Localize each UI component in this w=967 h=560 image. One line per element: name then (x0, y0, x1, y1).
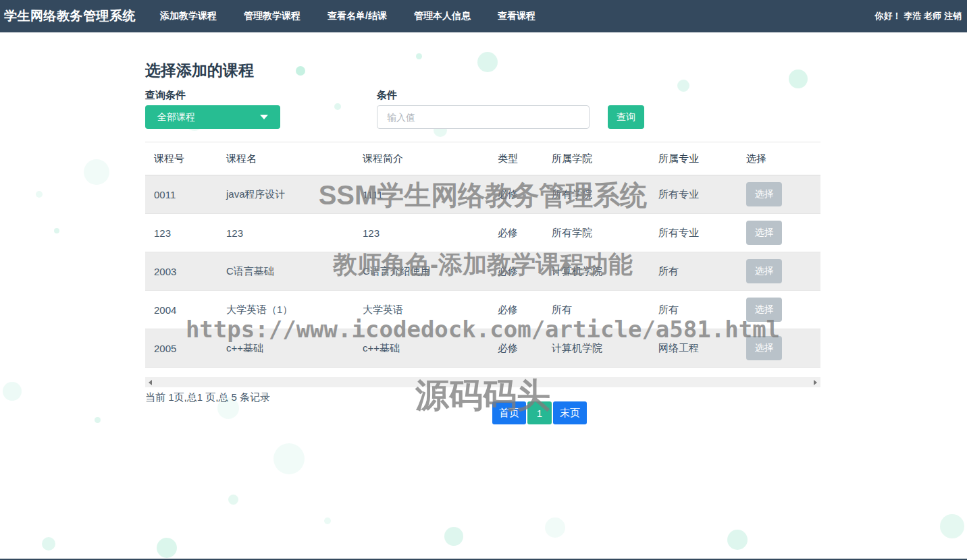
col-header-course-id: 课程号 (145, 142, 217, 175)
cell-college: 计算机学院 (543, 329, 650, 368)
username: 李浩 老师 (904, 10, 941, 22)
main-menu: 添加教学课程 管理教学课程 查看名单/结课 管理本人信息 查看课程 (160, 10, 535, 22)
col-header-select: 选择 (737, 142, 820, 175)
select-course-button[interactable]: 选择 (746, 182, 782, 206)
cell-course-name: 123 (217, 214, 354, 252)
cell-course-name: java程序设计 (217, 175, 354, 214)
logout-link[interactable]: 注销 (944, 10, 962, 22)
cell-type: 必修 (489, 214, 543, 252)
cell-course-intro: 1111 (354, 175, 489, 214)
records-summary: 当前 1页,总1 页,总 5 条记录 (145, 391, 270, 404)
greeting-text: 你好！ (874, 10, 901, 22)
cell-course-id: 2005 (145, 329, 217, 368)
search-button[interactable]: 查询 (608, 105, 644, 129)
cell-type: 必修 (489, 291, 543, 329)
col-header-major: 所属专业 (650, 142, 737, 175)
cell-course-id: 2003 (145, 252, 217, 291)
nav-item-view-course[interactable]: 查看课程 (498, 10, 535, 22)
user-area: 你好！ 李浩 老师注销 (874, 10, 962, 22)
top-navbar: 学生网络教务管理系统 添加教学课程 管理教学课程 查看名单/结课 管理本人信息 … (0, 0, 967, 32)
last-page-button[interactable]: 末页 (553, 401, 587, 424)
cell-course-id: 2004 (145, 291, 217, 329)
nav-item-manage-course[interactable]: 管理教学课程 (244, 10, 300, 22)
table-row: 123 123 123 必修 所有学院 所有专业 选择 (145, 214, 820, 252)
col-header-type: 类型 (489, 142, 543, 175)
col-header-college: 所属学院 (543, 142, 650, 175)
cell-type: 必修 (489, 175, 543, 214)
cell-college: 所有学院 (543, 214, 650, 252)
cell-college: 所有学院 (543, 175, 650, 214)
cell-major: 所有专业 (650, 175, 737, 214)
caret-down-icon (260, 115, 268, 119)
table-row: 2005 c++基础 c++基础 必修 计算机学院 网络工程 选择 (145, 329, 820, 368)
filter-label: 查询条件 (145, 89, 186, 102)
cell-major: 网络工程 (650, 329, 737, 368)
select-course-button[interactable]: 选择 (746, 221, 782, 245)
first-page-button[interactable]: 首页 (492, 401, 526, 424)
cell-course-name: 大学英语（1） (217, 291, 354, 329)
cell-course-id: 123 (145, 214, 217, 252)
condition-label: 条件 (377, 89, 397, 102)
page: 学生网络教务管理系统 添加教学课程 管理教学课程 查看名单/结课 管理本人信息 … (0, 0, 967, 560)
scroll-right-icon[interactable] (814, 380, 817, 385)
course-table: 课程号 课程名 课程简介 类型 所属学院 所属专业 选择 0011 java程序… (145, 142, 820, 368)
course-type-dropdown[interactable]: 全部课程 (145, 105, 280, 129)
nav-item-add-course[interactable]: 添加教学课程 (160, 10, 217, 22)
cell-major: 所有 (650, 252, 737, 291)
main-content: 选择添加的课程 查询条件 全部课程 条件 查询 课程号 课程名 课程简介 类型 … (0, 0, 967, 560)
table-header-row: 课程号 课程名 课程简介 类型 所属学院 所属专业 选择 (145, 142, 820, 175)
table-row: 2003 C语言基础 C语言介绍使用 必修 计算机学院 所有 选择 (145, 252, 820, 291)
pagination: 首页 1 末页 (492, 401, 587, 424)
app-title[interactable]: 学生网络教务管理系统 (4, 7, 136, 25)
cell-college: 所有 (543, 291, 650, 329)
cell-course-name: c++基础 (217, 329, 354, 368)
col-header-course-name: 课程名 (217, 142, 354, 175)
select-course-button[interactable]: 选择 (746, 336, 782, 360)
page-title: 选择添加的课程 (145, 60, 254, 81)
cell-type: 必修 (489, 329, 543, 368)
cell-course-intro: 123 (354, 214, 489, 252)
cell-course-intro: c++基础 (354, 329, 489, 368)
cell-course-name: C语言基础 (217, 252, 354, 291)
current-page-button[interactable]: 1 (527, 401, 552, 424)
cell-type: 必修 (489, 252, 543, 291)
table-row: 0011 java程序设计 1111 必修 所有学院 所有专业 选择 (145, 175, 820, 214)
nav-item-profile[interactable]: 管理本人信息 (414, 10, 471, 22)
cell-college: 计算机学院 (543, 252, 650, 291)
table-row: 2004 大学英语（1） 大学英语 必修 所有 所有 选择 (145, 291, 820, 329)
nav-item-roster[interactable]: 查看名单/结课 (328, 10, 387, 22)
dropdown-selected-value: 全部课程 (157, 111, 195, 123)
col-header-course-intro: 课程简介 (354, 142, 489, 175)
cell-course-intro: C语言介绍使用 (354, 252, 489, 291)
cell-course-intro: 大学英语 (354, 291, 489, 329)
condition-input[interactable] (377, 105, 590, 129)
horizontal-scrollbar[interactable] (145, 377, 820, 387)
cell-course-id: 0011 (145, 175, 217, 214)
cell-major: 所有 (650, 291, 737, 329)
select-course-button[interactable]: 选择 (746, 298, 782, 322)
cell-major: 所有专业 (650, 214, 737, 252)
scroll-left-icon[interactable] (149, 380, 152, 385)
select-course-button[interactable]: 选择 (746, 259, 782, 283)
